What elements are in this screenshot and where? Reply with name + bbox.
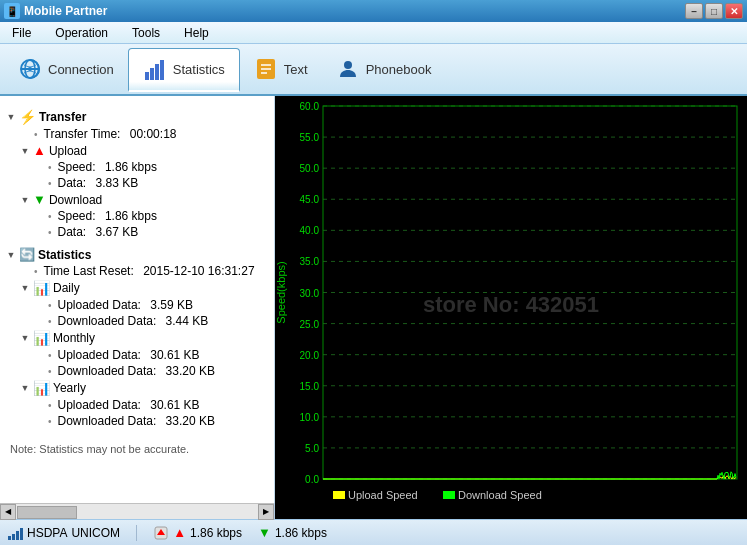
download-data: Data: 3.67 KB xyxy=(6,224,268,240)
download-speed-value: 1.86 kbps xyxy=(105,209,157,223)
stats-section-icon: 🔄 xyxy=(19,247,35,262)
upload-speed: Speed: 1.86 kbps xyxy=(6,159,268,175)
toolbar: Connection Statistics Text xyxy=(0,44,747,96)
menu-help[interactable]: Help xyxy=(180,24,213,42)
yearly-icon: 📊 xyxy=(33,380,50,396)
svg-point-12 xyxy=(344,61,352,69)
download-label: Download xyxy=(49,193,102,207)
maximize-button[interactable]: □ xyxy=(705,3,723,19)
tab-text[interactable]: Text xyxy=(240,47,322,91)
monthly-upload: Uploaded Data: 30.61 KB xyxy=(6,347,268,363)
tab-statistics-label: Statistics xyxy=(173,62,225,77)
note: Note: Statistics may not be accurate. xyxy=(6,441,268,457)
menu-operation[interactable]: Operation xyxy=(51,24,112,42)
transfer-time: Transfer Time: 00:00:18 xyxy=(6,126,268,142)
tab-phonebook[interactable]: Phonebook xyxy=(322,47,446,91)
text-icon xyxy=(254,57,278,81)
upload-speed-value: 1.86 kbps xyxy=(105,160,157,174)
carrier: UNICOM xyxy=(71,526,120,540)
stats-expand[interactable]: ▼ xyxy=(6,250,16,260)
yearly-upload: Uploaded Data: 30.61 KB xyxy=(6,397,268,413)
transfer-section: ▼ ⚡ Transfer xyxy=(6,108,268,126)
upload-status: ▲ 1.86 kbps xyxy=(153,525,242,541)
close-button[interactable]: ✕ xyxy=(725,3,743,19)
window-controls: – □ ✕ xyxy=(685,3,743,19)
main-content: ▼ ⚡ Transfer Transfer Time: 00:00:18 ▼ ▲… xyxy=(0,96,747,519)
phonebook-icon xyxy=(336,57,360,81)
monthly-expand[interactable]: ▼ xyxy=(20,333,30,343)
left-panel: ▼ ⚡ Transfer Transfer Time: 00:00:18 ▼ ▲… xyxy=(0,96,275,503)
download-expand[interactable]: ▼ xyxy=(20,195,30,205)
daily-download-value: 3.44 KB xyxy=(166,314,209,328)
transfer-time-label: Transfer Time: xyxy=(44,127,121,141)
download-icon: ▼ xyxy=(33,192,46,207)
status-upload-speed: 1.86 kbps xyxy=(190,526,242,540)
statistics-icon xyxy=(143,58,167,82)
daily-upload: Uploaded Data: 3.59 KB xyxy=(6,297,268,313)
monthly-upload-value: 30.61 KB xyxy=(150,348,199,362)
signal-section: HSDPA UNICOM xyxy=(8,526,120,540)
download-speed: Speed: 1.86 kbps xyxy=(6,208,268,224)
app-icon: 📱 xyxy=(4,3,20,19)
daily-expand[interactable]: ▼ xyxy=(20,283,30,293)
daily-download: Downloaded Data: 3.44 KB xyxy=(6,313,268,329)
scroll-thumb[interactable] xyxy=(17,506,77,519)
download-arrow-icon: ▼ xyxy=(258,525,271,540)
tab-statistics[interactable]: Statistics xyxy=(128,48,240,92)
transfer-label: Transfer xyxy=(39,110,86,124)
yearly-upload-value: 30.61 KB xyxy=(150,398,199,412)
upload-data-value: 3.83 KB xyxy=(96,176,139,190)
monthly-download: Downloaded Data: 33.20 KB xyxy=(6,363,268,379)
svg-point-3 xyxy=(28,67,32,71)
upload-label: Upload xyxy=(49,144,87,158)
svg-rect-4 xyxy=(145,72,149,80)
last-reset: Time Last Reset: 2015-12-10 16:31:27 xyxy=(6,263,268,279)
signal-icon xyxy=(8,526,23,540)
tab-connection[interactable]: Connection xyxy=(4,47,128,91)
network-type: HSDPA xyxy=(27,526,67,540)
monthly-label: Monthly xyxy=(53,331,95,345)
tab-phonebook-label: Phonebook xyxy=(366,62,432,77)
status-bar: HSDPA UNICOM ▲ 1.86 kbps ▼ 1.86 kbps xyxy=(0,519,747,545)
upload-data: Data: 3.83 KB xyxy=(6,175,268,191)
left-scrollbar: ◀ ▶ xyxy=(0,503,274,519)
transfer-icon: ⚡ xyxy=(19,109,36,125)
monthly-icon: 📊 xyxy=(33,330,50,346)
menu-file[interactable]: File xyxy=(8,24,35,42)
yearly-download-value: 33.20 KB xyxy=(166,414,215,428)
daily-upload-value: 3.59 KB xyxy=(150,298,193,312)
upload-section: ▼ ▲ Upload xyxy=(6,142,268,159)
monthly-download-value: 33.20 KB xyxy=(166,364,215,378)
transfer-time-value: 00:00:18 xyxy=(130,127,177,141)
speed-chart xyxy=(275,96,747,519)
yearly-label: Yearly xyxy=(53,381,86,395)
stats-label: Statistics xyxy=(38,248,91,262)
svg-rect-6 xyxy=(155,64,159,80)
daily-section: ▼ 📊 Daily xyxy=(6,279,268,297)
yearly-expand[interactable]: ▼ xyxy=(20,383,30,393)
daily-icon: 📊 xyxy=(33,280,50,296)
svg-rect-7 xyxy=(160,60,164,80)
download-data-value: 3.67 KB xyxy=(96,225,139,239)
svg-rect-5 xyxy=(150,68,154,80)
menu-tools[interactable]: Tools xyxy=(128,24,164,42)
yearly-section: ▼ 📊 Yearly xyxy=(6,379,268,397)
upload-expand[interactable]: ▼ xyxy=(20,146,30,156)
scroll-track xyxy=(16,504,258,519)
scroll-right-button[interactable]: ▶ xyxy=(258,504,274,520)
upload-status-icon xyxy=(153,525,169,541)
last-reset-value: 2015-12-10 16:31:27 xyxy=(143,264,254,278)
chart-panel: store No: 432051 xyxy=(275,96,747,519)
download-section: ▼ ▼ Download xyxy=(6,191,268,208)
upload-arrow-icon: ▲ xyxy=(173,525,186,540)
upload-icon: ▲ xyxy=(33,143,46,158)
title-bar: 📱 Mobile Partner – □ ✕ xyxy=(0,0,747,22)
scroll-left-button[interactable]: ◀ xyxy=(0,504,16,520)
app-title: Mobile Partner xyxy=(24,4,107,18)
transfer-expand[interactable]: ▼ xyxy=(6,112,16,122)
minimize-button[interactable]: – xyxy=(685,3,703,19)
status-download-speed: 1.86 kbps xyxy=(275,526,327,540)
status-divider1 xyxy=(136,525,137,541)
menu-bar: File Operation Tools Help xyxy=(0,22,747,44)
tab-text-label: Text xyxy=(284,62,308,77)
